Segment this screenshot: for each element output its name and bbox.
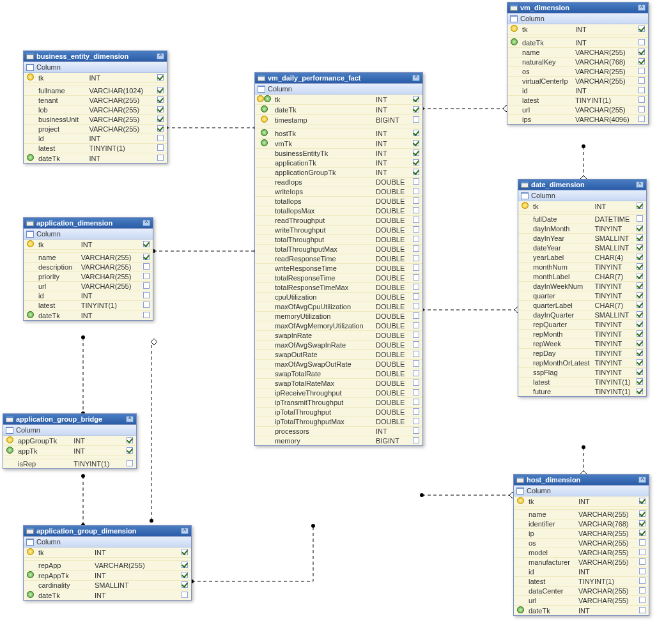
checkbox[interactable]: [413, 245, 419, 252]
checkbox[interactable]: [143, 312, 150, 318]
column-row[interactable]: future TINYINT(1): [518, 387, 646, 397]
column-row[interactable]: maxOfAvgCpuUtilization DOUBLE: [255, 302, 422, 312]
column-section-header[interactable]: Column: [3, 425, 136, 436]
column-row[interactable]: writeResponseTime DOUBLE: [255, 264, 422, 273]
column-row[interactable]: maxOfAvgSwapInRate DOUBLE: [255, 341, 422, 350]
column-row[interactable]: tk INT: [514, 496, 649, 507]
checkbox[interactable]: [413, 341, 419, 348]
collapse-icon[interactable]: ^: [143, 220, 150, 226]
column-row[interactable]: monthNum TINYINT: [518, 263, 646, 272]
checkbox[interactable]: [639, 510, 645, 517]
checkbox[interactable]: [638, 87, 645, 93]
checkbox[interactable]: [413, 140, 419, 146]
table-header[interactable]: business_entity_dimension ^: [24, 51, 167, 62]
column-row[interactable]: tk INT: [24, 73, 167, 83]
column-row[interactable]: totalIopsMax DOUBLE: [255, 206, 422, 216]
checkbox[interactable]: [413, 427, 419, 434]
table-header[interactable]: date_dimension ^: [518, 180, 646, 190]
column-row[interactable]: businessUnit VARCHAR(255): [24, 115, 167, 125]
checkbox[interactable]: [637, 388, 643, 394]
checkbox[interactable]: [413, 370, 419, 376]
column-row[interactable]: url VARCHAR(255): [24, 282, 153, 291]
checkbox[interactable]: [637, 215, 643, 222]
checkbox[interactable]: [413, 150, 419, 156]
table-header[interactable]: vm_dimension ^: [507, 3, 648, 13]
checkbox[interactable]: [637, 292, 643, 298]
column-row[interactable]: url VARCHAR(255): [507, 105, 648, 115]
checkbox[interactable]: [637, 302, 643, 308]
collapse-icon[interactable]: ^: [636, 181, 644, 188]
collapse-icon[interactable]: ^: [126, 416, 134, 422]
column-row[interactable]: maxOfAvgMemoryUtilization DOUBLE: [255, 321, 422, 331]
column-row[interactable]: totalThroughputMax DOUBLE: [255, 245, 422, 254]
checkbox[interactable]: [637, 203, 643, 209]
column-row[interactable]: appGroupTk INT: [3, 436, 136, 446]
checkbox[interactable]: [413, 332, 419, 338]
checkbox[interactable]: [638, 26, 645, 32]
column-row[interactable]: businessEntityTk INT: [255, 149, 422, 158]
checkbox[interactable]: [413, 207, 419, 213]
checkbox[interactable]: [413, 217, 419, 223]
column-row[interactable]: totalIops DOUBLE: [255, 197, 422, 206]
column-section-header[interactable]: Column: [24, 229, 153, 240]
checkbox[interactable]: [638, 58, 645, 65]
column-row[interactable]: dateYear SMALLINT: [518, 243, 646, 253]
checkbox[interactable]: [638, 39, 645, 45]
checkbox[interactable]: [413, 106, 419, 112]
checkbox[interactable]: [157, 87, 164, 93]
checkbox[interactable]: [413, 197, 419, 204]
column-row[interactable]: isRep TINYINT(1): [3, 459, 136, 469]
column-row[interactable]: repQuarter TINYINT: [518, 320, 646, 330]
table-header[interactable]: application_dimension ^: [24, 218, 153, 229]
column-row[interactable]: dateTk INT: [24, 310, 153, 321]
column-row[interactable]: totalThroughput DOUBLE: [255, 235, 422, 245]
column-row[interactable]: name VARCHAR(255): [24, 253, 153, 263]
collapse-icon[interactable]: ^: [638, 477, 646, 483]
checkbox[interactable]: [637, 311, 643, 318]
checkbox[interactable]: [637, 244, 643, 250]
table-header[interactable]: application_group_bridge ^: [3, 414, 136, 425]
column-row[interactable]: dateTk INT: [514, 606, 649, 616]
column-row[interactable]: name VARCHAR(255): [507, 48, 648, 57]
column-row[interactable]: dateTk INT: [24, 153, 167, 164]
checkbox[interactable]: [637, 349, 643, 356]
column-row[interactable]: tk INT: [24, 240, 153, 250]
column-row[interactable]: latest TINYINT(1): [24, 301, 153, 310]
column-row[interactable]: ipReceiveThroughput DOUBLE: [255, 388, 422, 398]
column-row[interactable]: appTk INT: [3, 446, 136, 456]
column-section-header[interactable]: Column: [518, 190, 646, 201]
checkbox[interactable]: [637, 234, 643, 241]
checkbox[interactable]: [639, 587, 645, 594]
column-row[interactable]: yearLabel CHAR(4): [518, 253, 646, 263]
collapse-icon[interactable]: ^: [638, 4, 645, 11]
column-row[interactable]: id INT: [24, 134, 167, 144]
table-header[interactable]: vm_daily_performance_fact ^: [255, 73, 422, 84]
checkbox[interactable]: [157, 135, 164, 141]
checkbox[interactable]: [157, 144, 164, 151]
checkbox[interactable]: [413, 418, 419, 424]
column-section-header[interactable]: Column: [24, 537, 191, 548]
column-row[interactable]: cpuUtilization DOUBLE: [255, 293, 422, 302]
column-row[interactable]: swapTotalRateMax DOUBLE: [255, 379, 422, 388]
column-row[interactable]: memory BIGINT: [255, 436, 422, 446]
checkbox[interactable]: [637, 369, 643, 375]
column-row[interactable]: timestamp BIGINT: [255, 115, 422, 125]
column-row[interactable]: latest TINYINT(1): [24, 144, 167, 153]
checkbox[interactable]: [182, 562, 188, 568]
checkbox[interactable]: [143, 282, 150, 289]
checkbox[interactable]: [639, 530, 645, 536]
column-row[interactable]: swapTotalRate DOUBLE: [255, 369, 422, 379]
column-row[interactable]: repWeek TINYINT: [518, 339, 646, 349]
column-row[interactable]: tk INT: [24, 548, 191, 558]
checkbox[interactable]: [143, 263, 150, 270]
checkbox[interactable]: [127, 447, 133, 454]
collapse-icon[interactable]: ^: [412, 75, 420, 81]
table-header[interactable]: host_dimension ^: [514, 475, 649, 486]
checkbox[interactable]: [413, 178, 419, 185]
checkbox[interactable]: [637, 225, 643, 231]
checkbox[interactable]: [413, 274, 419, 280]
column-row[interactable]: readThroughput DOUBLE: [255, 216, 422, 226]
checkbox[interactable]: [639, 498, 645, 504]
column-row[interactable]: processors INT: [255, 427, 422, 436]
column-row[interactable]: ips VARCHAR(4096): [507, 115, 648, 125]
